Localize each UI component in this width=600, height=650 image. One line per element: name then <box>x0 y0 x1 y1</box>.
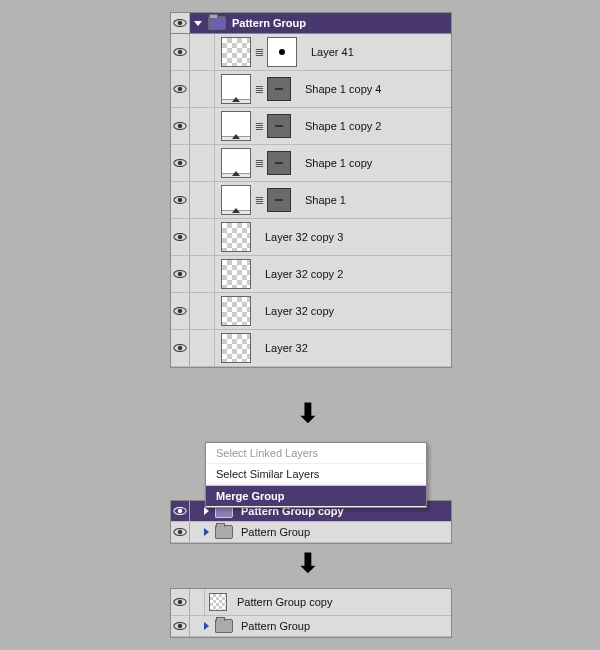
visibility-toggle[interactable] <box>171 71 190 107</box>
visibility-toggle[interactable] <box>171 589 190 615</box>
group-name: Pattern Group <box>233 620 310 632</box>
visibility-toggle[interactable] <box>171 330 190 366</box>
svg-point-11 <box>178 198 182 202</box>
group-row[interactable]: Pattern Group <box>171 522 451 543</box>
eye-icon <box>173 621 187 631</box>
visibility-toggle[interactable] <box>171 145 190 181</box>
svg-point-19 <box>178 346 182 350</box>
layer-row[interactable]: 𝌆 Shape 1 copy 4 <box>171 71 451 108</box>
layer-thumbnail[interactable] <box>221 333 251 363</box>
svg-point-17 <box>178 309 182 313</box>
vector-mask-thumbnail[interactable] <box>267 188 291 212</box>
layer-row[interactable]: Layer 32 copy 2 <box>171 256 451 293</box>
visibility-toggle[interactable] <box>171 108 190 144</box>
visibility-toggle[interactable] <box>171 522 190 542</box>
layer-row[interactable]: Layer 32 copy 3 <box>171 219 451 256</box>
svg-point-3 <box>178 50 182 54</box>
svg-point-13 <box>178 235 182 239</box>
eye-icon <box>173 195 187 205</box>
expand-triangle-icon[interactable] <box>204 507 209 515</box>
svg-point-27 <box>178 624 182 628</box>
layer-row[interactable]: 𝌆 Shape 1 <box>171 182 451 219</box>
menu-item-merge-group[interactable]: Merge Group <box>206 486 426 507</box>
layer-thumbnail[interactable] <box>221 74 251 104</box>
folder-icon <box>208 16 226 30</box>
folder-icon <box>215 619 233 633</box>
link-icon: 𝌆 <box>255 77 263 101</box>
layer-thumbnail[interactable] <box>221 37 251 67</box>
group-header-row[interactable]: Pattern Group <box>171 13 451 34</box>
layer-row[interactable]: Pattern Group copy <box>171 589 451 616</box>
visibility-toggle[interactable] <box>171 182 190 218</box>
eye-icon <box>173 343 187 353</box>
collapse-triangle-icon[interactable] <box>194 21 202 26</box>
layer-thumbnail[interactable] <box>221 222 251 252</box>
group-row[interactable]: Pattern Group <box>171 616 451 637</box>
eye-icon <box>173 121 187 131</box>
vector-mask-thumbnail[interactable] <box>267 77 291 101</box>
expand-triangle-icon[interactable] <box>204 528 209 536</box>
down-arrow-icon: ⬇ <box>297 398 319 429</box>
context-menu: Select Linked Layers Select Similar Laye… <box>205 442 427 508</box>
layers-panel-3: Pattern Group copy Pattern Group <box>170 588 452 638</box>
svg-point-5 <box>178 87 182 91</box>
visibility-toggle[interactable] <box>171 34 190 70</box>
layer-thumbnail[interactable] <box>221 185 251 215</box>
eye-icon <box>173 527 187 537</box>
layer-thumbnail[interactable] <box>221 111 251 141</box>
group-name: Pattern Group <box>233 526 310 538</box>
layer-name: Shape 1 copy 2 <box>297 120 381 132</box>
svg-point-25 <box>178 600 182 604</box>
layer-thumbnail[interactable] <box>221 259 251 289</box>
eye-icon <box>173 232 187 242</box>
layer-name: Layer 32 copy <box>257 305 334 317</box>
link-icon: 𝌆 <box>255 151 263 175</box>
svg-point-15 <box>178 272 182 276</box>
expand-triangle-icon[interactable] <box>204 622 209 630</box>
layer-row[interactable]: Layer 32 <box>171 330 451 367</box>
visibility-toggle[interactable] <box>171 256 190 292</box>
layer-name: Shape 1 copy 4 <box>297 83 381 95</box>
eye-icon <box>173 18 187 28</box>
vector-mask-thumbnail[interactable] <box>267 114 291 138</box>
eye-icon <box>173 269 187 279</box>
vector-mask-thumbnail[interactable] <box>267 151 291 175</box>
svg-point-23 <box>178 530 182 534</box>
layer-name: Shape 1 <box>297 194 346 206</box>
layer-list: 𝌆 Layer 41 𝌆 Shape 1 copy 4 𝌆 <box>171 34 451 367</box>
eye-icon <box>173 84 187 94</box>
visibility-toggle[interactable] <box>171 293 190 329</box>
link-icon: 𝌆 <box>255 188 263 212</box>
link-icon: 𝌆 <box>255 114 263 138</box>
group-name: Pattern Group <box>232 17 306 29</box>
layer-thumbnail[interactable] <box>221 296 251 326</box>
layer-row[interactable]: 𝌆 Shape 1 copy <box>171 145 451 182</box>
eye-icon <box>173 47 187 57</box>
layers-panel-1: Pattern Group 𝌆 Layer 41 𝌆 <box>170 12 452 368</box>
visibility-toggle[interactable] <box>171 501 190 521</box>
folder-icon <box>215 525 233 539</box>
eye-icon <box>173 306 187 316</box>
visibility-toggle[interactable] <box>171 219 190 255</box>
eye-icon <box>173 506 187 516</box>
layer-row[interactable]: Layer 32 copy <box>171 293 451 330</box>
menu-item-select-similar[interactable]: Select Similar Layers <box>206 464 426 485</box>
visibility-toggle[interactable] <box>171 616 190 636</box>
svg-point-9 <box>178 161 182 165</box>
layer-name: Layer 41 <box>303 46 354 58</box>
visibility-toggle[interactable] <box>171 13 190 33</box>
layer-row[interactable]: 𝌆 Shape 1 copy 2 <box>171 108 451 145</box>
svg-point-21 <box>178 509 182 513</box>
layer-thumbnail[interactable] <box>209 593 227 611</box>
svg-point-7 <box>178 124 182 128</box>
layer-name: Layer 32 copy 3 <box>257 231 343 243</box>
layer-name: Shape 1 copy <box>297 157 372 169</box>
mask-thumbnail[interactable] <box>267 37 297 67</box>
link-icon: 𝌆 <box>255 40 263 64</box>
layer-name: Layer 32 copy 2 <box>257 268 343 280</box>
layer-name: Layer 32 <box>257 342 308 354</box>
layer-thumbnail[interactable] <box>221 148 251 178</box>
layer-name: Pattern Group copy <box>237 596 332 608</box>
eye-icon <box>173 597 187 607</box>
layer-row[interactable]: 𝌆 Layer 41 <box>171 34 451 71</box>
